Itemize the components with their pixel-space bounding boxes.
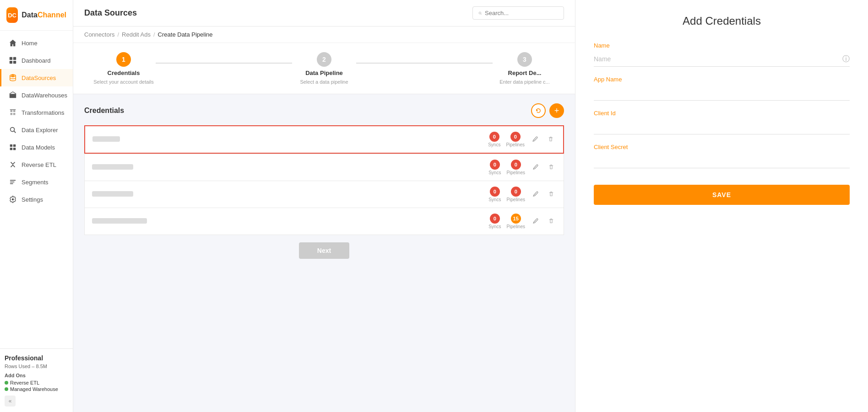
name-input-wrapper: ⓘ bbox=[594, 52, 850, 67]
credential-2-pipelines-count: 0 bbox=[511, 160, 521, 170]
credentials-title: Credentials bbox=[84, 107, 124, 115]
addon-reverse-etl: Reverse ETL bbox=[5, 380, 68, 385]
step-3-circle: 3 bbox=[517, 52, 532, 67]
credential-4-pipelines-count: 15 bbox=[511, 214, 521, 224]
credential-1-syncs-label: Syncs bbox=[488, 142, 500, 147]
step-3-label: Report De... bbox=[508, 70, 542, 76]
credential-1-pipelines-badge: 0 Pipelines bbox=[506, 132, 525, 147]
client-secret-input[interactable] bbox=[594, 153, 850, 168]
svg-rect-3 bbox=[13, 61, 16, 64]
svg-rect-1 bbox=[13, 57, 16, 60]
credential-3-delete-button[interactable] bbox=[546, 190, 556, 199]
svg-rect-12 bbox=[13, 148, 16, 150]
step-2-label: Data Pipeline bbox=[305, 70, 343, 76]
credentials-panel: Credentials + 0 Syncs 0 Pipe bbox=[73, 94, 575, 412]
app-name-input-wrapper bbox=[594, 86, 850, 101]
breadcrumb-sep-1: / bbox=[117, 31, 119, 38]
svg-rect-10 bbox=[13, 144, 16, 147]
step-2-sublabel: Select a data pipeline bbox=[300, 79, 348, 85]
svg-point-14 bbox=[479, 12, 481, 14]
edit-icon-4 bbox=[532, 218, 539, 224]
name-info-icon[interactable]: ⓘ bbox=[842, 54, 850, 64]
credential-1-delete-button[interactable] bbox=[546, 135, 556, 144]
app-name-input[interactable] bbox=[594, 86, 850, 101]
credential-4-edit-button[interactable] bbox=[531, 217, 541, 226]
edit-icon-3 bbox=[532, 191, 539, 197]
sidebar-item-settings[interactable]: Settings bbox=[0, 191, 73, 208]
svg-line-8 bbox=[14, 131, 16, 133]
credential-2-edit-button[interactable] bbox=[531, 163, 541, 172]
sidebar-item-datawarehouses-label: DataWarehouses bbox=[22, 92, 67, 99]
credential-name-3 bbox=[92, 191, 483, 198]
delete-icon-3 bbox=[548, 191, 554, 197]
credential-row-2[interactable]: 0 Syncs 0 Pipelines bbox=[84, 154, 564, 181]
credential-2-pipelines-label: Pipelines bbox=[506, 170, 525, 175]
add-credentials-title: Add Credentials bbox=[594, 15, 850, 27]
credential-4-syncs-label: Syncs bbox=[488, 224, 501, 229]
sidebar-collapse-button[interactable]: « bbox=[5, 396, 16, 407]
main-content: Data Sources Connectors / Reddit Ads / C… bbox=[73, 0, 575, 412]
sidebar-item-datasources[interactable]: DataSources bbox=[0, 69, 73, 86]
sidebar-item-home-label: Home bbox=[22, 40, 38, 47]
sidebar-item-home[interactable]: Home bbox=[0, 34, 73, 52]
step-3-sublabel: Enter data pipeline c... bbox=[499, 79, 549, 85]
credentials-list: 0 Syncs 0 Pipelines bbox=[84, 125, 564, 235]
credential-row-4[interactable]: 0 Syncs 15 Pipelines bbox=[84, 208, 564, 235]
save-button[interactable]: SAVE bbox=[594, 185, 850, 205]
search-input[interactable] bbox=[485, 10, 558, 16]
credential-row-1[interactable]: 0 Syncs 0 Pipelines bbox=[84, 125, 564, 154]
client-id-field-group: Client Id bbox=[594, 110, 850, 134]
credential-3-edit-button[interactable] bbox=[531, 190, 541, 199]
step-1-label: Credentials bbox=[108, 70, 140, 76]
sidebar-item-transformations[interactable]: Transformations bbox=[0, 104, 73, 121]
delete-icon bbox=[548, 136, 554, 142]
credential-4-syncs-badge: 0 Syncs bbox=[488, 214, 501, 229]
credential-row-3[interactable]: 0 Syncs 0 Pipelines bbox=[84, 181, 564, 208]
logo-text-main: Data bbox=[22, 11, 38, 19]
credential-3-syncs-label: Syncs bbox=[488, 197, 501, 202]
sidebar-item-data-explorer[interactable]: Data Explorer bbox=[0, 121, 73, 139]
next-button[interactable]: Next bbox=[299, 242, 349, 259]
page-title: Data Sources bbox=[84, 8, 137, 18]
app-name-field-group: App Name bbox=[594, 76, 850, 101]
name-field-group: Name ⓘ bbox=[594, 42, 850, 67]
step-1-sublabel: Select your account details bbox=[93, 79, 153, 85]
sidebar-item-segments[interactable]: Segments bbox=[0, 173, 73, 191]
plan-label: Professional bbox=[5, 354, 68, 362]
sidebar-item-datawarehouses[interactable]: DataWarehouses bbox=[0, 86, 73, 104]
breadcrumb-reddit-ads[interactable]: Reddit Ads bbox=[122, 31, 151, 38]
sidebar-item-dashboard[interactable]: Dashboard bbox=[0, 52, 73, 69]
name-input[interactable] bbox=[594, 52, 850, 67]
credential-2-syncs-badge: 0 Syncs bbox=[488, 160, 501, 175]
addons-label: Add Ons bbox=[5, 373, 68, 378]
cred-actions: + bbox=[531, 103, 564, 118]
client-id-input[interactable] bbox=[594, 119, 850, 134]
credential-name-4 bbox=[92, 218, 483, 225]
sidebar-item-data-models[interactable]: Data Models bbox=[0, 139, 73, 156]
datasources-icon bbox=[9, 74, 17, 82]
edit-icon-2 bbox=[532, 164, 539, 170]
dashboard-icon bbox=[9, 56, 17, 64]
search-box[interactable] bbox=[472, 6, 564, 20]
sidebar-bottom: Professional Rows Used – 8.5M Add Ons Re… bbox=[0, 348, 73, 412]
credential-4-syncs-count: 0 bbox=[490, 214, 500, 224]
sidebar-item-reverse-etl-label: Reverse ETL bbox=[22, 161, 56, 168]
credential-2-delete-button[interactable] bbox=[546, 163, 556, 172]
credential-name-1 bbox=[92, 136, 483, 143]
credential-1-edit-button[interactable] bbox=[530, 135, 540, 144]
refresh-button[interactable] bbox=[531, 103, 546, 118]
step-3: 3 Report De... Enter data pipeline c... bbox=[493, 52, 557, 85]
datawarehouses-icon bbox=[9, 91, 17, 99]
credential-4-delete-button[interactable] bbox=[546, 217, 556, 226]
breadcrumb-connectors[interactable]: Connectors bbox=[84, 31, 114, 38]
addon-managed-warehouse: Managed Warehouse bbox=[5, 386, 68, 392]
step-1: 1 Credentials Select your account detail… bbox=[92, 52, 156, 85]
data-explorer-icon bbox=[9, 126, 17, 134]
add-credential-button[interactable]: + bbox=[549, 103, 564, 118]
steps-area: 1 Credentials Select your account detail… bbox=[73, 43, 575, 94]
refresh-icon bbox=[535, 107, 542, 114]
credential-3-syncs-count: 0 bbox=[490, 187, 500, 197]
svg-point-13 bbox=[12, 198, 14, 201]
sidebar-item-reverse-etl[interactable]: Reverse ETL bbox=[0, 156, 73, 173]
credential-4-pipelines-badge: 15 Pipelines bbox=[506, 214, 525, 229]
